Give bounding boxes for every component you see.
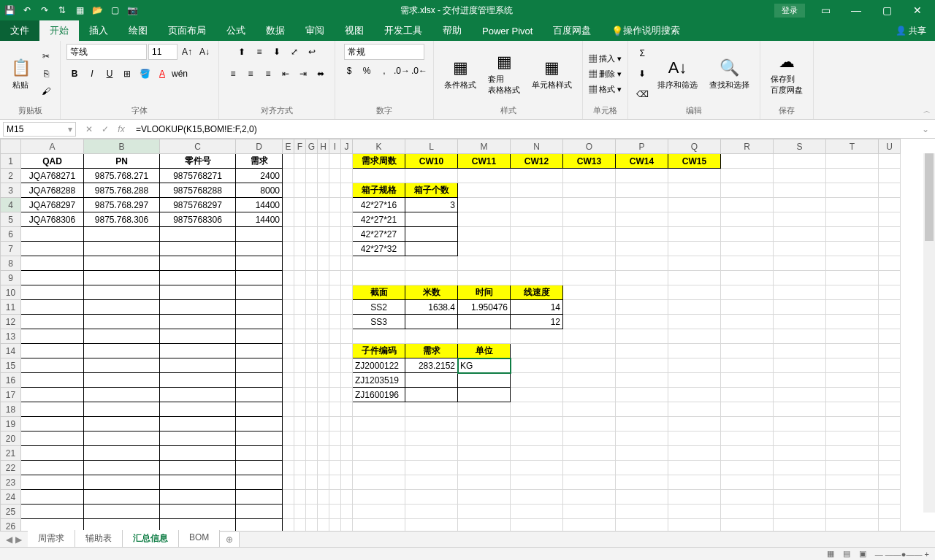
cell-J7[interactable] — [341, 242, 353, 256]
italic-icon[interactable]: I — [84, 66, 100, 82]
row-header-19[interactable]: 19 — [1, 417, 21, 431]
cell-P11[interactable] — [616, 300, 668, 315]
cell-S21[interactable] — [774, 446, 826, 461]
cell-R17[interactable] — [721, 388, 774, 402]
cell-K7[interactable]: 42*27*32 — [353, 242, 405, 256]
cell-J9[interactable] — [341, 271, 353, 285]
cell-J14[interactable] — [341, 344, 353, 358]
cell-N16[interactable] — [511, 373, 563, 388]
tab-view[interactable]: 视图 — [335, 20, 374, 41]
cell-E6[interactable] — [283, 227, 294, 242]
cell-M4[interactable] — [458, 198, 511, 212]
row-header-24[interactable]: 24 — [1, 490, 21, 505]
cell-L23[interactable] — [405, 475, 458, 490]
cell-L22[interactable] — [405, 461, 458, 475]
cell-I21[interactable] — [329, 446, 341, 461]
cell-K14[interactable]: 子件编码 — [353, 344, 405, 358]
cell-S16[interactable] — [774, 373, 826, 388]
row-header-1[interactable]: 1 — [1, 154, 21, 169]
tab-baidu[interactable]: 百度网盘 — [543, 20, 601, 41]
cell-G25[interactable] — [306, 505, 318, 519]
conditional-format-button[interactable]: ▦条件格式 — [440, 56, 481, 92]
cell-F1[interactable] — [294, 154, 306, 169]
cell-N14[interactable] — [511, 344, 563, 358]
cell-L4[interactable]: 3 — [405, 198, 458, 212]
cell-L6[interactable] — [405, 227, 458, 242]
cell-K12[interactable]: SS3 — [353, 315, 405, 329]
cell-R5[interactable] — [721, 212, 774, 227]
cell-N1[interactable]: CW12 — [511, 154, 563, 169]
row-header-15[interactable]: 15 — [1, 358, 21, 373]
cell-A17[interactable] — [21, 388, 84, 402]
cell-H22[interactable] — [318, 461, 329, 475]
cell-B22[interactable] — [84, 461, 160, 475]
cell-J1[interactable] — [341, 154, 353, 169]
cell-N21[interactable] — [511, 446, 563, 461]
cell-Q4[interactable] — [668, 198, 721, 212]
cell-A23[interactable] — [21, 475, 84, 490]
cell-N15[interactable] — [511, 358, 563, 373]
cell-L14[interactable]: 需求 — [405, 344, 458, 358]
cell-L21[interactable] — [405, 446, 458, 461]
cell-N9[interactable] — [511, 271, 563, 285]
cell-B14[interactable] — [84, 344, 160, 358]
col-header-L[interactable]: L — [405, 139, 458, 154]
cell-S15[interactable] — [774, 358, 826, 373]
cell-B23[interactable] — [84, 475, 160, 490]
cell-I14[interactable] — [329, 344, 341, 358]
cell-D13[interactable] — [236, 329, 283, 344]
add-sheet-button[interactable]: ⊕ — [220, 532, 240, 542]
row-header-6[interactable]: 6 — [1, 227, 21, 242]
cell-O7[interactable] — [563, 242, 616, 256]
cell-G24[interactable] — [306, 490, 318, 505]
col-header-B[interactable]: B — [84, 139, 160, 154]
cell-N2[interactable] — [511, 169, 563, 183]
cell-H5[interactable] — [318, 212, 329, 227]
cell-A13[interactable] — [21, 329, 84, 344]
row-header-2[interactable]: 2 — [1, 169, 21, 183]
cell-A1[interactable]: QAD — [21, 154, 84, 169]
row-header-5[interactable]: 5 — [1, 212, 21, 227]
share-button[interactable]: 👤 共享 — [887, 25, 935, 37]
cell-J23[interactable] — [341, 475, 353, 490]
cell-Q14[interactable] — [668, 344, 721, 358]
cell-M1[interactable]: CW11 — [458, 154, 511, 169]
cell-S14[interactable] — [774, 344, 826, 358]
cell-Q12[interactable] — [668, 315, 721, 329]
cell-I15[interactable] — [329, 358, 341, 373]
cell-Q2[interactable] — [668, 169, 721, 183]
select-all-corner[interactable] — [1, 139, 21, 154]
increase-font-icon[interactable]: A↑ — [179, 44, 195, 60]
cell-A19[interactable] — [21, 417, 84, 431]
cell-S17[interactable] — [774, 388, 826, 402]
cell-S24[interactable] — [774, 490, 826, 505]
cell-T12[interactable] — [826, 315, 879, 329]
cell-U4[interactable] — [879, 198, 901, 212]
cell-M16[interactable] — [458, 373, 511, 388]
tab-layout[interactable]: 页面布局 — [158, 20, 216, 41]
cell-U24[interactable] — [879, 490, 901, 505]
cell-M3[interactable] — [458, 183, 511, 198]
col-header-Q[interactable]: Q — [668, 139, 721, 154]
cell-U14[interactable] — [879, 344, 901, 358]
cell-L19[interactable] — [405, 417, 458, 431]
cell-S23[interactable] — [774, 475, 826, 490]
cell-U8[interactable] — [879, 256, 901, 271]
paste-button[interactable]: 📋粘贴 — [6, 56, 35, 92]
cell-N22[interactable] — [511, 461, 563, 475]
cell-F3[interactable] — [294, 183, 306, 198]
cell-M14[interactable]: 单位 — [458, 344, 511, 358]
cell-J6[interactable] — [341, 227, 353, 242]
cell-N19[interactable] — [511, 417, 563, 431]
cell-G18[interactable] — [306, 402, 318, 417]
cell-R3[interactable] — [721, 183, 774, 198]
cell-H6[interactable] — [318, 227, 329, 242]
cell-M2[interactable] — [458, 169, 511, 183]
cell-A22[interactable] — [21, 461, 84, 475]
cell-P17[interactable] — [616, 388, 668, 402]
cell-N20[interactable] — [511, 431, 563, 446]
cell-F7[interactable] — [294, 242, 306, 256]
cell-D5[interactable]: 14400 — [236, 212, 283, 227]
cell-F15[interactable] — [294, 358, 306, 373]
row-header-17[interactable]: 17 — [1, 388, 21, 402]
